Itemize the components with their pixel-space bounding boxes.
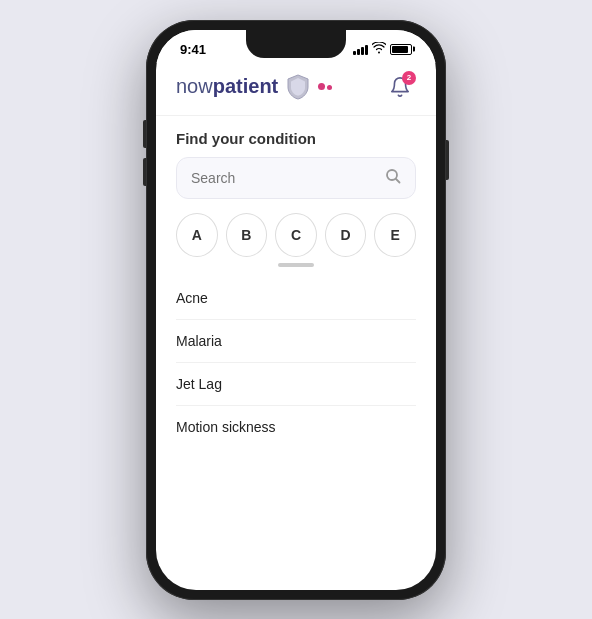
status-bar: 9:41 — [156, 30, 436, 63]
alpha-btn-e[interactable]: E — [374, 213, 416, 257]
search-icon — [385, 168, 401, 188]
volume-down-button — [143, 158, 146, 186]
alpha-btn-c[interactable]: C — [275, 213, 317, 257]
condition-item[interactable]: Acne — [176, 277, 416, 320]
alpha-btn-a[interactable]: A — [176, 213, 218, 257]
alpha-btn-d[interactable]: D — [325, 213, 367, 257]
logo-text: nowpatient — [176, 75, 278, 98]
status-time: 9:41 — [180, 42, 206, 57]
power-button — [446, 140, 449, 180]
screen-content: nowpatient — [156, 63, 436, 448]
volume-up-button — [143, 120, 146, 148]
search-box[interactable] — [176, 157, 416, 199]
signal-icon — [353, 43, 368, 55]
svg-line-1 — [396, 179, 400, 183]
logo-decoration — [318, 83, 332, 90]
status-icons — [353, 42, 412, 56]
wifi-icon — [372, 42, 386, 56]
page-title: Find your condition — [176, 130, 416, 147]
condition-item[interactable]: Jet Lag — [176, 363, 416, 406]
battery-icon — [390, 44, 412, 55]
header-divider — [156, 115, 436, 116]
notification-badge: 2 — [402, 71, 416, 85]
app-logo: nowpatient — [176, 73, 332, 101]
alpha-btn-b[interactable]: B — [226, 213, 268, 257]
conditions-list: Acne Malaria Jet Lag Motion sickness — [176, 277, 416, 448]
search-input[interactable] — [191, 170, 385, 186]
notch — [246, 30, 346, 58]
app-header: nowpatient — [176, 63, 416, 115]
phone-screen: 9:41 — [156, 30, 436, 590]
condition-item[interactable]: Motion sickness — [176, 406, 416, 448]
notification-bell-button[interactable]: 2 — [384, 71, 416, 103]
scroll-indicator — [278, 263, 314, 267]
phone-frame: 9:41 — [146, 20, 446, 600]
alphabet-filter: A B C D E — [176, 213, 416, 257]
shield-logo-icon — [284, 73, 312, 101]
condition-item[interactable]: Malaria — [176, 320, 416, 363]
